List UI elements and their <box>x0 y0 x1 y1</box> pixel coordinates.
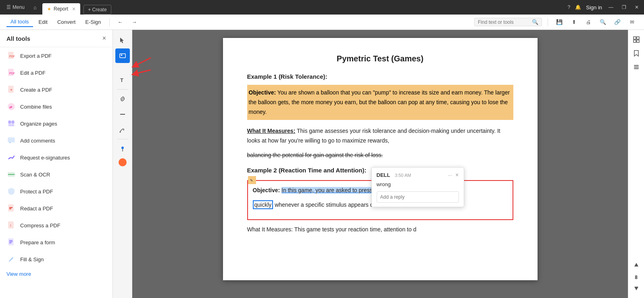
sidebar-item-label: Create a PDF <box>20 87 52 93</box>
scroll-up-button[interactable] <box>630 258 643 271</box>
svg-rect-10 <box>8 124 14 126</box>
redo-button[interactable]: → <box>128 17 141 27</box>
svg-marker-46 <box>634 263 638 267</box>
svg-rect-43 <box>634 65 639 66</box>
tab-close-button[interactable]: × <box>72 6 75 12</box>
share-button[interactable]: 🔗 <box>612 17 623 28</box>
mail-button[interactable]: ✉ <box>626 17 638 28</box>
comment-header: DELL 3:50 AM ··· × <box>377 172 459 178</box>
text-tool[interactable]: T <box>115 73 130 87</box>
new-tab-button[interactable]: + Create <box>83 5 111 15</box>
view-more-link[interactable]: View more <box>0 268 113 280</box>
sidebar-item-redact-pdf[interactable]: Redact a PDF <box>0 200 113 217</box>
edit-button[interactable]: Edit <box>35 17 52 27</box>
find-box[interactable]: 🔍 <box>474 18 542 26</box>
section2-obj-label: Objective: <box>253 187 280 193</box>
sidebar-item-edit-pdf[interactable]: PDF Edit a PDF <box>0 64 113 81</box>
redact-pdf-icon <box>6 204 16 213</box>
comment-dots-button[interactable]: ··· <box>448 172 452 178</box>
print-button[interactable]: 🖨 <box>583 17 594 28</box>
svg-rect-45 <box>634 68 639 69</box>
upload-button[interactable]: ⬆ <box>568 17 579 28</box>
add-comments-icon <box>6 136 16 145</box>
home-button[interactable]: ⌂ <box>29 2 41 13</box>
comment-reply-input[interactable] <box>377 191 459 203</box>
comment-text: wrong <box>377 181 459 187</box>
sidebar-item-label: Add comments <box>20 138 55 144</box>
link-tool[interactable] <box>115 92 130 106</box>
sidebar-item-fill-sign[interactable]: Fill & Sign <box>0 251 113 268</box>
bookmarks-button[interactable] <box>630 47 643 60</box>
line-tool[interactable] <box>115 107 130 122</box>
comment-user: DELL <box>377 172 390 178</box>
svg-marker-24 <box>120 38 124 43</box>
toolbar-separator2 <box>548 18 548 26</box>
menu-button[interactable]: ☰ Menu <box>3 3 28 12</box>
sign-in-button[interactable]: Sign in <box>586 4 602 10</box>
compress-pdf-icon: ↕ <box>6 220 16 230</box>
protect-pdf-icon <box>6 187 16 196</box>
section2-what-text: What It Measures: This game tests your r… <box>247 226 417 233</box>
sidebar-item-add-comments[interactable]: Add comments <box>0 132 113 149</box>
sidebar-item-scan-ocr[interactable]: Scan & OCR <box>0 166 113 183</box>
sidebar-header: All tools × <box>0 30 113 47</box>
sidebar-item-prepare-form[interactable]: Prepare a form <box>0 234 113 251</box>
new-tab-label: + Create <box>88 7 106 13</box>
color-circle[interactable] <box>119 158 127 166</box>
sidebar-item-create-pdf[interactable]: + Create a PDF <box>0 81 113 98</box>
layers-button[interactable] <box>630 61 643 73</box>
tab-star-icon: ★ <box>47 6 51 12</box>
sidebar-item-organize-pages[interactable]: Organize pages <box>0 115 113 132</box>
report-tab[interactable]: ★ Report × <box>42 3 80 15</box>
sidebar-item-label: Export a PDF <box>20 53 52 59</box>
pin-tool[interactable] <box>115 141 130 156</box>
sidebar-item-combine-files[interactable]: ⇌ Combine files <box>0 98 113 115</box>
zoom-button[interactable]: 🔍 <box>597 17 609 28</box>
what-it-measures: What It Measures: This game assesses you… <box>247 126 513 146</box>
help-button[interactable]: ? <box>568 4 571 10</box>
edit-pdf-icon: PDF <box>6 68 16 78</box>
organize-pages-icon <box>6 119 16 128</box>
svg-marker-42 <box>634 50 638 56</box>
comment-actions: ··· × <box>448 172 459 178</box>
sidebar-close-button[interactable]: × <box>102 35 106 42</box>
convert-button[interactable]: Convert <box>53 17 80 27</box>
sidebar-item-export-pdf[interactable]: PDF Export a PDF <box>0 47 113 64</box>
section1-heading: Example 1 (Risk Tolerance): <box>247 73 513 80</box>
thumbnails-button[interactable] <box>630 33 643 46</box>
section2-what: What It Measures: This game tests your r… <box>247 225 513 235</box>
titlebar-right: ? 🔔 Sign in — ❐ ✕ <box>568 3 641 11</box>
pdf-scroll[interactable]: Pymetric Test (Games) Example 1 (Risk To… <box>132 30 628 298</box>
sidebar-item-request-esignatures[interactable]: Request e-signatures <box>0 149 113 166</box>
content-area: Pymetric Test (Games) Example 1 (Risk To… <box>132 30 628 298</box>
select-tool[interactable] <box>115 48 130 63</box>
sidebar-item-protect-pdf[interactable]: Protect a PDF <box>0 183 113 200</box>
undo-redo-group: ← → <box>114 17 141 27</box>
sidebar-item-label: Organize pages <box>20 121 57 127</box>
esign-button[interactable]: E-Sign <box>81 17 105 27</box>
bell-icon[interactable]: 🔔 <box>575 4 581 10</box>
sidebar-item-label: Scan & OCR <box>20 172 50 178</box>
draw-tool[interactable] <box>115 122 130 137</box>
cursor-tool[interactable] <box>115 33 130 48</box>
comment-close-button[interactable]: × <box>455 172 459 178</box>
scroll-down-button[interactable] <box>630 282 643 295</box>
svg-rect-8 <box>8 121 11 124</box>
request-esignatures-icon <box>6 153 16 162</box>
all-tools-button[interactable]: All tools <box>6 17 33 27</box>
sidebar-item-compress-pdf[interactable]: ↕ Compress a PDF <box>0 217 113 234</box>
svg-rect-17 <box>9 208 11 209</box>
combine-files-icon: ⇌ <box>6 102 16 111</box>
main-layout: All tools × PDF Export a PDF PDF Edit a … <box>0 30 644 298</box>
minimize-button[interactable]: — <box>607 3 615 11</box>
save-button[interactable]: 💾 <box>554 17 565 28</box>
find-icon: 🔍 <box>532 19 538 25</box>
what-it-measures-label: What It Measures: <box>247 128 296 134</box>
svg-rect-39 <box>637 37 639 39</box>
find-input[interactable] <box>478 19 530 25</box>
undo-button[interactable]: ← <box>114 17 127 27</box>
prepare-form-icon <box>6 237 16 247</box>
close-button[interactable]: ✕ <box>633 3 641 11</box>
toolbar-right: 🔍 💾 ⬆ 🖨 🔍 🔗 ✉ <box>474 17 638 28</box>
maximize-button[interactable]: ❐ <box>620 3 628 11</box>
